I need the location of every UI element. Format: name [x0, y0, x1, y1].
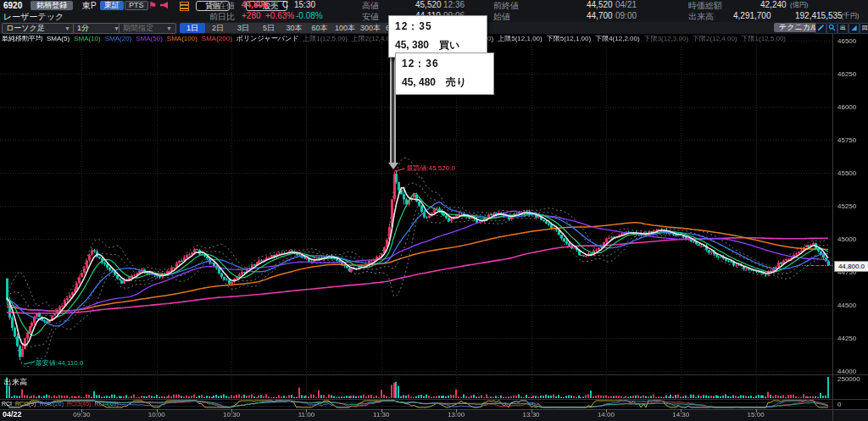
price-tick-46250: 46250: [837, 70, 856, 78]
legend-band[interactable]: 上限1(12,5.00): [303, 35, 347, 42]
range-button-100本[interactable]: 100本: [332, 23, 358, 33]
notice-icon[interactable]: [180, 2, 189, 11]
time-tick-10:00: 10:00: [148, 411, 165, 418]
price-tick-44250: 44250: [837, 335, 856, 342]
alert-horn-icon[interactable]: [160, 2, 168, 8]
change-label: 前日比: [209, 11, 235, 23]
sma-group-title: 単純移動平均: [2, 35, 42, 42]
high-annotation: 最高値:45,520.0: [406, 163, 454, 173]
chart-type-select[interactable]: ローソク足▼: [2, 23, 75, 34]
time-tick-14:00: 14:00: [598, 411, 615, 418]
rci-legend-RCI4(60)[interactable]: RCI4(60): [94, 401, 118, 407]
legend-SMA(200)[interactable]: SMA(200): [202, 35, 232, 42]
period-range-select[interactable]: 期間指定▼: [119, 23, 176, 34]
legend-band[interactable]: 下限5(12,1.00): [547, 35, 591, 42]
popup-time: 12：35: [395, 19, 481, 34]
high-label: 高値: [362, 0, 379, 12]
prev-close-value: 44,520: [587, 0, 613, 9]
volume-zero-tick: 0: [837, 401, 841, 408]
annotation-arrow-head: [388, 163, 398, 169]
time-tick-11:30: 11:30: [373, 411, 389, 418]
trade-popup-buy: 12：35 45, 380 買い: [388, 15, 487, 58]
date-label: 04/22: [3, 410, 22, 418]
range-button-2日[interactable]: 2日: [205, 23, 231, 33]
close-flag: C: [282, 0, 288, 9]
chart-icon[interactable]: ◢: [849, 23, 860, 34]
volume-label: 出来高: [688, 11, 714, 23]
rci-title: RCI: [2, 401, 12, 407]
market-segment: 東P: [82, 0, 97, 11]
price-tick-44000: 44000: [837, 368, 856, 375]
chevron-down-icon: ▼: [64, 24, 70, 33]
range-button-1日[interactable]: 1日: [180, 23, 205, 33]
volume-max-tick: 250000: [837, 375, 860, 383]
current-price-line: [807, 265, 832, 266]
exchange-tab-pts[interactable]: PTS: [125, 1, 148, 10]
legend-band[interactable]: 上限5(12,1.00): [498, 35, 542, 42]
stock-name: レーザーテック: [3, 11, 64, 23]
time-tick-15:00: 15:00: [748, 411, 765, 418]
current-price-tag: 44,800.0: [834, 261, 868, 272]
prev-close-label: 前終値: [493, 0, 519, 12]
rci-legend: RCIRCI1(9)RCI2(26)RCI3(45)RCI4(60): [2, 401, 122, 407]
popup-trade: 45, 480 売り: [402, 75, 487, 90]
price-tick-45500: 45500: [837, 169, 856, 177]
range-button-5日[interactable]: 5日: [256, 23, 281, 33]
time-tick-13:00: 13:00: [448, 411, 465, 418]
popup-trade: 45, 380 買い: [395, 38, 481, 53]
rci-legend-RCI3(45)[interactable]: RCI3(45): [67, 401, 91, 407]
time-tick-11:00: 11:00: [298, 411, 314, 418]
magnifier-icon[interactable]: [826, 23, 837, 34]
legend-SMA(5)[interactable]: SMA(5): [47, 35, 70, 42]
legend-SMA(10)[interactable]: SMA(10): [74, 35, 101, 42]
volume-pane-label: 出来高: [4, 377, 27, 388]
legend-band[interactable]: 下限4(12,2.00): [595, 35, 639, 42]
legend-band[interactable]: 下限2(12,4.00): [693, 35, 737, 42]
range-button-30本[interactable]: 30本: [281, 23, 307, 33]
open-label: 始値: [493, 11, 510, 23]
rci-legend-RCI2(26)[interactable]: RCI2(26): [40, 401, 64, 407]
kai-icon[interactable]: 回: [860, 23, 868, 34]
trade-popup-sell: 12：36 45, 480 売り: [395, 53, 494, 95]
prev-close-date: 04/21: [615, 0, 637, 9]
last-time: 15:30: [294, 0, 315, 9]
register-stock-button[interactable]: 銘柄登録: [31, 1, 73, 10]
volume-value: 4,291,700: [733, 11, 771, 20]
stock-chart-window: 6920 銘柄登録 東P 東証 PTS ⚑ 貸借 一般売 現在値 現在値 44,…: [0, 0, 868, 421]
legend-SMA(100)[interactable]: SMA(100): [167, 35, 198, 42]
price-tick-45750: 45750: [837, 136, 856, 144]
bb-group-title: ボリンジャーバンド: [236, 35, 299, 42]
turnover-value: 192,415,535: [795, 11, 843, 20]
change-percent: +0.63%: [265, 11, 294, 20]
de-icon[interactable]: 出: [837, 23, 849, 34]
last-price: 44,800: [242, 0, 268, 9]
market-cap-label: 時価総額: [688, 0, 722, 12]
range-button-300本[interactable]: 300本: [358, 23, 383, 33]
legend-SMA(20)[interactable]: SMA(20): [105, 35, 132, 42]
price-tick-46500: 46500: [837, 37, 856, 45]
exchange-tab-tosho[interactable]: 東証: [100, 1, 124, 10]
legend-band[interactable]: 下限1(12,5.00): [742, 35, 786, 42]
interval-select[interactable]: 1分▼: [73, 23, 124, 34]
legend-band[interactable]: 下限3(12,3.00): [644, 35, 688, 42]
price-tick-44500: 44500: [837, 302, 856, 309]
range-button-3日[interactable]: 3日: [231, 23, 256, 33]
low-label: 安値: [362, 11, 379, 23]
rci-legend-RCI1(9)[interactable]: RCI1(9): [15, 401, 36, 407]
time-tick-13:30: 13:30: [523, 411, 540, 418]
time-tick-14:30: 14:30: [672, 411, 689, 418]
price-tick-46000: 46000: [837, 103, 856, 111]
open-time: 09:00: [615, 11, 637, 20]
time-tick-09:30: 09:30: [73, 411, 90, 418]
chevron-down-icon: ▼: [166, 24, 172, 33]
high-value: 45,520: [415, 0, 442, 9]
flag-icon[interactable]: ⚑: [148, 0, 157, 11]
down-arrow-icon: ↓: [272, 0, 276, 9]
low-annotation: 最安値:44,110.0: [36, 358, 84, 368]
pencil-icon[interactable]: [815, 23, 826, 34]
legend-SMA(50)[interactable]: SMA(50): [136, 35, 163, 42]
range-button-60本[interactable]: 60本: [307, 23, 332, 33]
turnover-unit: (千円): [841, 11, 859, 20]
market-cap-value: 42,240: [760, 0, 787, 9]
price-tick-45000: 45000: [837, 235, 856, 243]
